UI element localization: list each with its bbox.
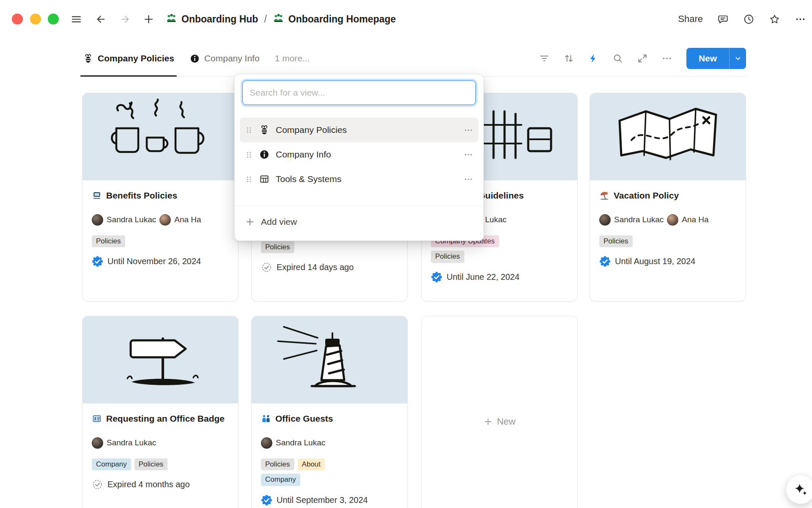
badge-icon — [92, 414, 102, 424]
laptop-icon — [92, 190, 102, 201]
card-office-guests[interactable]: Office Guests Sandra Lukac Policies Abou… — [251, 316, 408, 508]
plus-icon — [245, 217, 255, 227]
new-button-dropdown[interactable] — [729, 48, 746, 69]
author-name: Sandra Lukac — [107, 215, 156, 224]
drag-handle-icon[interactable] — [245, 126, 253, 134]
verified-check-icon — [431, 271, 442, 283]
view-option-label: Tools & Systems — [276, 174, 458, 184]
view-option-more-icon[interactable] — [464, 150, 473, 160]
view-option-company-info[interactable]: Company Info — [240, 142, 478, 167]
more-views-button[interactable]: 1 more... — [275, 53, 310, 64]
tab-company-info[interactable]: Company Info — [189, 41, 260, 76]
new-button-label: New — [686, 53, 729, 64]
card-benefits-policies[interactable]: Benefits Policies Sandra Lukac Ana Ha Po… — [82, 93, 239, 301]
more-options-icon[interactable] — [795, 14, 806, 25]
forward-icon[interactable] — [119, 13, 131, 25]
new-page-icon[interactable] — [143, 13, 154, 25]
avatar-sandra — [92, 437, 103, 449]
card-title: Vacation Policy — [614, 190, 679, 202]
author-name: Lukac — [485, 215, 507, 224]
card-title: Benefits Policies — [106, 190, 177, 202]
breadcrumb-item-hub[interactable]: Onboarding Hub — [166, 12, 258, 26]
card-office-badge[interactable]: Requesting an Office Badge Sandra Lukac … — [82, 316, 239, 508]
author-name: Ana Ha — [682, 215, 708, 224]
tag-chip: Policies — [431, 251, 464, 262]
breadcrumb-separator: / — [263, 14, 267, 25]
drag-handle-icon[interactable] — [245, 151, 253, 159]
close-window-button[interactable] — [12, 14, 23, 25]
tag-chip: Policies — [261, 241, 294, 253]
drag-handle-icon[interactable] — [245, 175, 253, 183]
status-row: Until November 26, 2024 — [92, 256, 229, 267]
app-window: Onboarding Hub / Onboarding Homepage Sha… — [0, 0, 812, 508]
team-green-icon — [166, 12, 177, 26]
status-row: Expired 4 months ago — [92, 479, 229, 490]
info-icon — [189, 53, 200, 64]
titlebar-actions: Share — [678, 0, 806, 38]
history-icon[interactable] — [743, 14, 754, 25]
ai-assistant-button[interactable] — [786, 475, 812, 504]
breadcrumb-item-homepage[interactable]: Onboarding Homepage — [273, 12, 396, 26]
automations-bolt-icon[interactable] — [588, 53, 599, 64]
tag-chip: Company — [92, 458, 131, 470]
sort-icon[interactable] — [563, 53, 574, 64]
status-row: Until June 22, 2024 — [431, 271, 568, 283]
favorite-star-icon[interactable] — [769, 14, 780, 25]
view-option-tools-systems[interactable]: Tools & Systems — [240, 167, 478, 191]
lighthouse-illustration — [252, 316, 407, 403]
breadcrumb-label: Onboarding Homepage — [288, 14, 396, 25]
status-text: Until August 19, 2024 — [615, 257, 695, 266]
authors-row: Sandra Lukac — [92, 436, 229, 450]
zoom-window-button[interactable] — [48, 14, 59, 25]
avatar-sandra — [261, 437, 272, 449]
card-vacation-policy[interactable]: Vacation Policy Sandra Lukac Ana Ha Poli… — [590, 93, 746, 301]
status-row: Expired 14 days ago — [261, 262, 398, 273]
status-row: Until September 3, 2024 — [261, 494, 398, 506]
table-icon — [259, 174, 270, 185]
view-option-more-icon[interactable] — [464, 125, 473, 135]
view-more-icon[interactable] — [661, 53, 672, 64]
view-controls — [539, 41, 672, 76]
info-icon — [259, 149, 270, 160]
tags-row: Policies — [92, 235, 229, 247]
status-text: Until September 3, 2024 — [277, 495, 368, 505]
new-card-label: New — [497, 416, 516, 427]
beach-icon — [599, 190, 609, 201]
mugs-illustration — [82, 93, 238, 180]
bee-icon — [259, 124, 270, 135]
new-card-button[interactable]: New — [421, 316, 578, 508]
sidebar-toggle-icon[interactable] — [70, 13, 82, 25]
minimize-window-button[interactable] — [30, 14, 41, 25]
filter-icon[interactable] — [539, 53, 550, 64]
tag-chip: Company — [261, 474, 300, 486]
status-text: Expired 4 months ago — [107, 480, 190, 489]
comments-icon[interactable] — [717, 14, 729, 25]
back-icon[interactable] — [95, 13, 107, 25]
status-row: Until August 19, 2024 — [599, 256, 736, 267]
view-option-more-icon[interactable] — [464, 174, 473, 184]
expand-icon[interactable] — [637, 53, 648, 64]
avatar-ana — [159, 214, 171, 226]
team-green-icon — [273, 12, 284, 26]
tab-label: Company Policies — [98, 53, 174, 64]
verified-check-icon — [261, 494, 272, 506]
status-text: Until November 26, 2024 — [107, 257, 201, 266]
author-name: Sandra Lukac — [614, 215, 664, 224]
new-button[interactable]: New — [686, 48, 746, 69]
verified-check-icon — [92, 256, 103, 267]
share-button[interactable]: Share — [678, 14, 703, 25]
titlebar: Onboarding Hub / Onboarding Homepage Sha… — [0, 0, 812, 38]
view-search-input[interactable] — [242, 80, 476, 105]
author-name: Sandra Lukac — [107, 438, 156, 447]
expired-check-icon — [261, 262, 272, 273]
view-option-label: Company Info — [276, 149, 458, 160]
search-icon[interactable] — [612, 53, 623, 64]
authors-row: Sandra Lukac Ana Ha — [92, 213, 229, 227]
view-option-company-policies[interactable]: Company Policies — [240, 118, 478, 142]
chevron-down-icon — [734, 54, 742, 63]
avatar-sandra — [92, 214, 103, 226]
bee-icon — [83, 53, 93, 64]
add-view-button[interactable]: Add view — [235, 206, 483, 237]
tab-company-policies[interactable]: Company Policies — [83, 41, 174, 76]
add-view-label: Add view — [261, 217, 297, 227]
